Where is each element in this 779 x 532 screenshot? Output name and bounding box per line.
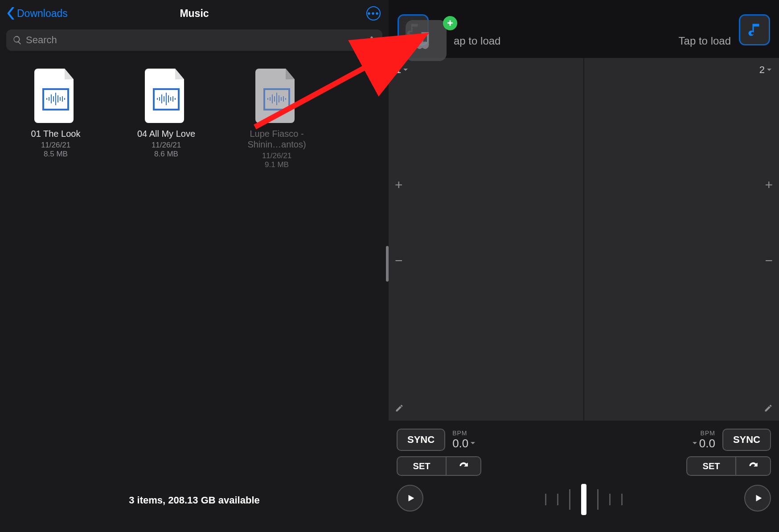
crossfader-tick — [569, 489, 570, 510]
file-size: 8.6 MB — [154, 150, 178, 159]
crossfader-tick — [545, 494, 546, 505]
music-note-icon — [405, 22, 421, 38]
load-slot-b[interactable] — [739, 14, 770, 45]
zoom-in-button[interactable]: + — [395, 177, 403, 192]
deck-b-selector[interactable]: 2 — [759, 64, 772, 76]
bpm-label: BPM — [452, 430, 476, 437]
crossfader-knob[interactable] — [581, 484, 586, 515]
deck-b[interactable]: 2 + − — [583, 58, 779, 421]
play-icon — [406, 493, 416, 503]
transport-controls: SYNC BPM 0.0 SET — [389, 421, 779, 532]
sync-button-a[interactable]: SYNC — [397, 429, 445, 451]
zoom-in-button[interactable]: + — [765, 177, 773, 192]
sync-button-b[interactable]: SYNC — [722, 429, 771, 451]
deck-area: 1 + − 2 + − — [389, 58, 779, 421]
crossfader-tick — [621, 494, 623, 505]
file-size: 9.1 MB — [265, 160, 289, 169]
file-item-dragging[interactable]: Lupe Fiasco - Shinin…antos) 11/26/21 9.1… — [234, 69, 319, 169]
crossfader-tick — [609, 494, 611, 505]
more-options-button[interactable]: ••• — [366, 6, 381, 20]
tap-to-load-b: Tap to load — [679, 35, 731, 47]
pencil-icon — [764, 404, 773, 413]
load-slot-a[interactable] — [398, 14, 429, 45]
controls-deck-a: SYNC BPM 0.0 SET — [397, 429, 504, 532]
file-grid: 01 The Look 11/26/21 8.5 MB 04 All My Lo… — [0, 55, 389, 169]
set-cue-button-b[interactable]: SET — [686, 456, 735, 476]
chevron-down-icon — [767, 67, 772, 73]
bpm-display-b[interactable]: BPM 0.0 — [692, 430, 715, 450]
file-date: 11/26/21 — [262, 151, 291, 160]
music-note-icon — [746, 22, 763, 38]
deck-a[interactable]: 1 + − — [389, 58, 583, 421]
chevron-down-icon — [470, 441, 476, 446]
search-field[interactable] — [6, 29, 382, 51]
crossfader-tick — [597, 489, 599, 510]
chevron-down-icon — [403, 67, 408, 73]
load-bar: ap to load Tap to load — [389, 0, 779, 58]
crossfader-tick — [557, 494, 558, 505]
file-item[interactable]: 01 The Look 11/26/21 8.5 MB — [13, 69, 98, 169]
pencil-icon — [395, 404, 404, 413]
redo-icon — [747, 462, 759, 471]
bpm-label: BPM — [701, 430, 715, 437]
edit-button[interactable] — [395, 404, 404, 414]
file-date: 11/26/21 — [152, 141, 181, 150]
files-header: Downloads Music ••• — [0, 0, 389, 27]
audio-file-icon — [33, 69, 78, 123]
dj-panel: ap to load Tap to load 1 + − — [389, 0, 779, 532]
zoom-out-button[interactable]: − — [395, 253, 403, 268]
file-item[interactable]: 04 All My Love 11/26/21 8.6 MB — [124, 69, 209, 169]
split-view-handle[interactable] — [386, 246, 389, 282]
file-name: Lupe Fiasco - Shinin…antos) — [234, 128, 319, 150]
files-panel: Downloads Music ••• 01 The Look 11/26/21 — [0, 0, 389, 532]
file-size: 8.5 MB — [44, 150, 68, 159]
edit-button[interactable] — [764, 404, 773, 414]
mic-icon[interactable] — [367, 36, 376, 45]
file-name: 04 All My Love — [137, 128, 195, 139]
controls-deck-b: BPM 0.0 SYNC SET — [664, 429, 771, 532]
chevron-left-icon — [7, 7, 14, 20]
search-input[interactable] — [26, 34, 367, 46]
jump-button-b[interactable] — [735, 456, 771, 476]
jump-button-a[interactable] — [446, 456, 481, 476]
play-button-a[interactable] — [397, 485, 423, 512]
back-button[interactable]: Downloads — [7, 7, 68, 20]
audio-file-icon — [254, 69, 299, 123]
back-label: Downloads — [17, 8, 68, 20]
play-icon — [754, 493, 763, 503]
file-date: 11/26/21 — [41, 141, 70, 150]
audio-file-icon — [144, 69, 189, 123]
bpm-display-a[interactable]: BPM 0.0 — [452, 430, 476, 450]
zoom-out-button[interactable]: − — [765, 253, 773, 268]
crossfader[interactable] — [545, 484, 623, 515]
chevron-down-icon — [692, 441, 697, 446]
file-name: 01 The Look — [31, 128, 81, 139]
play-button-b[interactable] — [744, 485, 771, 512]
folder-status: 3 items, 208.13 GB available — [0, 495, 389, 532]
set-cue-button-a[interactable]: SET — [397, 456, 446, 476]
redo-icon — [458, 462, 469, 471]
deck-a-selector[interactable]: 1 — [396, 64, 408, 76]
tap-to-load-a: ap to load — [454, 35, 500, 47]
search-icon — [12, 35, 22, 45]
